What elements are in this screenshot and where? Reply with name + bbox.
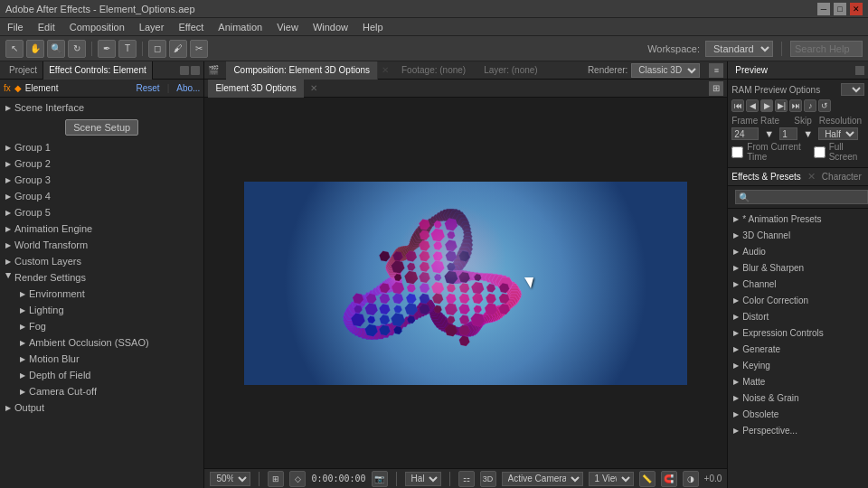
animation-engine-item[interactable]: ▶ Animation Engine bbox=[0, 221, 203, 237]
lighting-item[interactable]: ▶ Lighting bbox=[0, 302, 203, 318]
next-frame-btn[interactable]: ▶| bbox=[775, 99, 788, 112]
group4-item[interactable]: ▶ Group 4 bbox=[0, 188, 203, 204]
resolution-select[interactable]: Half bbox=[818, 127, 858, 140]
tab-project[interactable]: Project bbox=[4, 61, 43, 80]
close-comp-icon[interactable]: ✕ bbox=[382, 65, 389, 75]
effects-search-input[interactable] bbox=[735, 190, 868, 204]
text-tool[interactable]: T bbox=[118, 40, 137, 58]
hand-tool[interactable]: ✋ bbox=[26, 40, 44, 58]
render-settings-item[interactable]: ▶ Render Settings bbox=[0, 269, 203, 286]
prev-frame-btn[interactable]: ◀ bbox=[746, 99, 759, 112]
element3d-options-tab[interactable]: Element 3D Options bbox=[208, 80, 304, 98]
effect-animation-presets[interactable]: ▶ * Animation Presets bbox=[728, 211, 868, 227]
panel-options-btn[interactable]: ≡ bbox=[709, 63, 723, 78]
environment-item[interactable]: ▶ Environment bbox=[0, 286, 203, 302]
menu-help[interactable]: Help bbox=[359, 22, 387, 33]
effect-obsolete[interactable]: ▶ Obsolete bbox=[728, 406, 868, 422]
checkerboard-btn[interactable]: ⚏ bbox=[458, 471, 475, 487]
comp-tab-element3d[interactable]: Composition: Element 3D Options bbox=[226, 61, 378, 80]
camera-select[interactable]: Active Camera bbox=[502, 472, 583, 486]
motion-blur-item[interactable]: ▶ Motion Blur bbox=[0, 351, 203, 367]
zoom-tool[interactable]: 🔍 bbox=[47, 40, 65, 58]
rotate-tool[interactable]: ↻ bbox=[68, 40, 86, 58]
workspace-select[interactable]: Standard bbox=[705, 41, 773, 57]
maximize-button[interactable]: □ bbox=[834, 3, 846, 15]
tab-effect-controls[interactable]: Effect Controls: Element bbox=[43, 61, 153, 80]
depth-of-field-item[interactable]: ▶ Depth of Field bbox=[0, 367, 203, 383]
minimize-button[interactable]: ─ bbox=[817, 3, 830, 15]
layer-tab[interactable]: Layer: (none) bbox=[476, 61, 544, 80]
mask-btn[interactable]: ◇ bbox=[289, 471, 306, 487]
frame-rate-input[interactable] bbox=[731, 127, 759, 140]
effect-blur-sharpen[interactable]: ▶ Blur & Sharpen bbox=[728, 259, 868, 276]
menu-window[interactable]: Window bbox=[309, 22, 352, 33]
element3d-viewport[interactable] bbox=[244, 182, 687, 385]
arrow-tool[interactable]: ↖ bbox=[5, 40, 24, 58]
ambient-occlusion-item[interactable]: ▶ Ambient Occlusion (SSAO) bbox=[0, 334, 203, 351]
shape-tool[interactable]: ◻ bbox=[148, 40, 166, 58]
effect-noise-grain[interactable]: ▶ Noise & Grain bbox=[728, 389, 868, 406]
menu-view[interactable]: View bbox=[273, 22, 302, 33]
pen-tool[interactable]: ✒ bbox=[98, 40, 116, 58]
effect-matte[interactable]: ▶ Matte bbox=[728, 373, 868, 389]
effect-perspective[interactable]: ▶ Perspective... bbox=[728, 422, 868, 438]
from-current-checkbox[interactable] bbox=[731, 146, 743, 158]
group5-item[interactable]: ▶ Group 5 bbox=[0, 204, 203, 221]
ram-preview-select[interactable] bbox=[841, 83, 864, 96]
effect-distort[interactable]: ▶ Distort bbox=[728, 308, 868, 324]
zoom-select[interactable]: 50% bbox=[210, 472, 250, 486]
snapping-btn[interactable]: 🧲 bbox=[661, 471, 677, 487]
close-subtab-icon[interactable]: ✕ bbox=[307, 82, 320, 95]
panel-close[interactable] bbox=[191, 66, 200, 75]
preview-tab[interactable]: Preview bbox=[731, 65, 771, 75]
exposure-btn[interactable]: ◑ bbox=[683, 471, 699, 487]
full-screen-checkbox[interactable] bbox=[814, 146, 826, 158]
group1-item[interactable]: ▶ Group 1 bbox=[0, 139, 203, 155]
scene-interface-item[interactable]: ▶ Scene Interface bbox=[0, 99, 203, 116]
brush-tool[interactable]: 🖌 bbox=[169, 40, 187, 58]
3d-toggle[interactable]: 3D bbox=[480, 471, 496, 487]
close-button[interactable]: ✕ bbox=[850, 3, 863, 15]
loop-btn[interactable]: ↺ bbox=[818, 99, 831, 112]
reset-btn[interactable]: Reset bbox=[137, 83, 160, 93]
preview-panel-close[interactable] bbox=[855, 66, 864, 75]
menu-effect[interactable]: Effect bbox=[175, 22, 207, 33]
effect-keying[interactable]: ▶ Keying bbox=[728, 357, 868, 373]
effect-channel[interactable]: ▶ Channel bbox=[728, 276, 868, 292]
skip-input[interactable] bbox=[779, 127, 797, 140]
effect-3d-channel[interactable]: ▶ 3D Channel bbox=[728, 227, 868, 243]
group2-item[interactable]: ▶ Group 2 bbox=[0, 155, 203, 172]
view-select[interactable]: 1 View bbox=[589, 472, 634, 486]
custom-layers-item[interactable]: ▶ Custom Layers bbox=[0, 253, 203, 269]
group3-item[interactable]: ▶ Group 3 bbox=[0, 172, 203, 188]
menu-animation[interactable]: Animation bbox=[214, 22, 266, 33]
rulers-btn[interactable]: 📏 bbox=[639, 471, 656, 487]
menu-composition[interactable]: Composition bbox=[66, 22, 128, 33]
menu-layer[interactable]: Layer bbox=[136, 22, 168, 33]
menu-file[interactable]: File bbox=[4, 22, 27, 33]
effect-color-correction[interactable]: ▶ Color Correction bbox=[728, 292, 868, 308]
help-search-input[interactable] bbox=[790, 41, 863, 57]
menu-edit[interactable]: Edit bbox=[34, 22, 59, 33]
about-btn[interactable]: Abo... bbox=[176, 83, 200, 93]
play-btn[interactable]: ▶ bbox=[760, 99, 773, 112]
effect-generate[interactable]: ▶ Generate bbox=[728, 341, 868, 357]
camera-btn[interactable]: 📷 bbox=[372, 471, 388, 487]
clone-tool[interactable]: ✂ bbox=[190, 40, 208, 58]
skip-start-btn[interactable]: ⏮ bbox=[731, 99, 744, 112]
effect-audio[interactable]: ▶ Audio bbox=[728, 243, 868, 259]
renderer-select[interactable]: Classic 3D bbox=[631, 63, 700, 78]
audio-btn[interactable]: ♪ bbox=[804, 99, 816, 112]
effect-expression-controls[interactable]: ▶ Expression Controls bbox=[728, 324, 868, 341]
effects-tab[interactable]: Effects & Presets bbox=[731, 172, 801, 182]
camera-cutoff-item[interactable]: ▶ Camera Cut-off bbox=[0, 383, 203, 399]
footage-tab[interactable]: Footage: (none) bbox=[394, 61, 473, 80]
world-transform-item[interactable]: ▶ World Transform bbox=[0, 237, 203, 253]
character-tab[interactable]: Character bbox=[822, 172, 862, 182]
quality-select[interactable]: Half bbox=[405, 472, 441, 486]
output-item[interactable]: ▶ Output bbox=[0, 399, 203, 416]
panel-menu[interactable] bbox=[180, 66, 189, 75]
grid-btn[interactable]: ⊞ bbox=[268, 471, 284, 487]
skip-end-btn[interactable]: ⏭ bbox=[789, 99, 802, 112]
scene-setup-button[interactable]: Scene Setup bbox=[65, 119, 138, 136]
